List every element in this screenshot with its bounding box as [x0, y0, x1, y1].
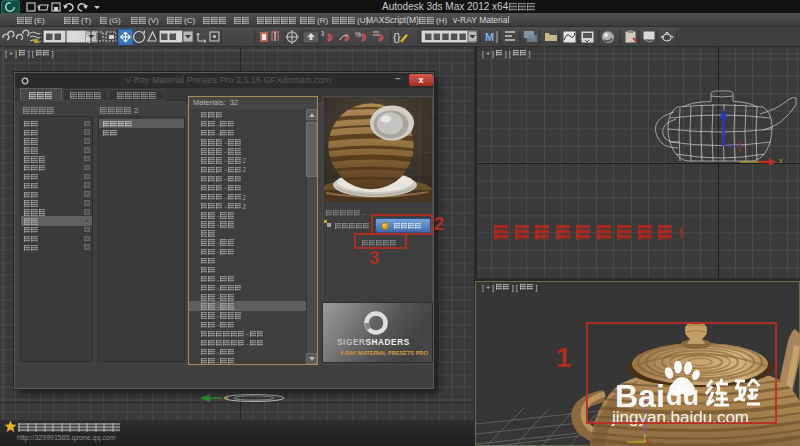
svg-text:{}: {} [393, 31, 401, 43]
svg-text:M: M [485, 31, 494, 43]
svg-text:%: % [355, 31, 361, 38]
svg-text:x: x [779, 157, 783, 164]
